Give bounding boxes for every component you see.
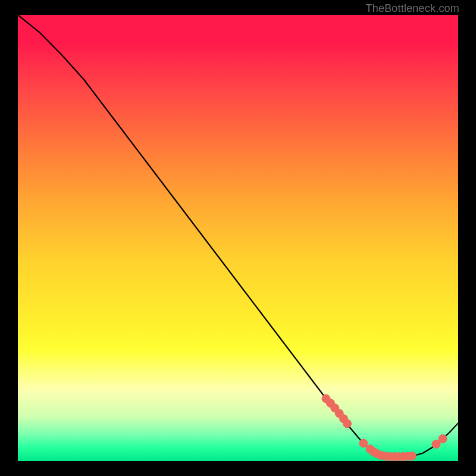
bottleneck-curve [18,15,458,457]
chart-svg-overlay [18,15,458,461]
data-marker [408,452,416,460]
chart-stage: TheBottleneck.com [0,0,476,476]
data-markers [322,394,447,461]
data-marker [359,439,368,447]
data-marker [343,419,352,428]
chart-plot-area [18,15,458,461]
data-marker [439,435,447,443]
attribution-label: TheBottleneck.com [366,2,459,15]
